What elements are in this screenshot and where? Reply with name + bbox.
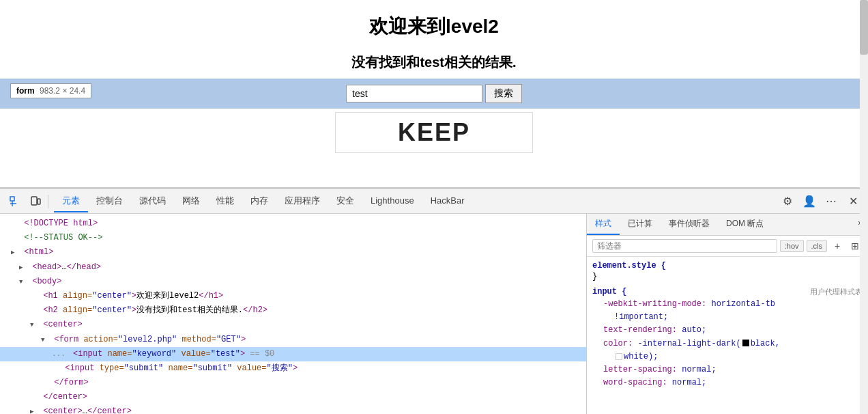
- styles-content: element.style { } input { 用户代理样式表 -webki…: [587, 257, 868, 414]
- search-bar: 搜索: [0, 79, 868, 109]
- style-selector: element.style {: [592, 261, 863, 271]
- html-line: </center>: [0, 390, 586, 404]
- source-hint: 用户代理样式表: [810, 287, 863, 298]
- filter-hov-btn[interactable]: :hov: [780, 240, 804, 252]
- color-swatch-white: [616, 353, 622, 360]
- html-line: <html>: [0, 245, 586, 260]
- styles-panel: 样式 已计算 事件侦听器 DOM 断点 » :hov .cls + ⊞ elem…: [587, 214, 868, 414]
- dots-indicator: ...: [52, 350, 66, 358]
- style-prop: text-rendering: auto;: [592, 324, 863, 337]
- html-line: <input type="submit" name="submit" value…: [0, 361, 586, 376]
- more-icon[interactable]: ⋯: [822, 192, 841, 211]
- svg-rect-0: [10, 197, 14, 201]
- style-rule-input: input { 用户代理样式表 -webkit-writing-mode: ho…: [592, 287, 863, 389]
- arrow-down[interactable]: [41, 333, 49, 346]
- style-prop: word-spacing: normal;: [592, 376, 863, 389]
- html-line: <!DOCTYPE html>: [0, 217, 586, 231]
- toolbar-right: ⚙ 👤 ⋯ ✕: [778, 192, 863, 211]
- style-selector-line: input { 用户代理样式表: [592, 287, 863, 298]
- style-prop: letter-spacing: normal;: [592, 363, 863, 376]
- search-button[interactable]: 搜索: [485, 84, 522, 103]
- color-swatch-black: [742, 340, 749, 346]
- html-line: <h2 align="center">没有找到和test相关的结果.</h2>: [0, 303, 586, 318]
- arrow-right[interactable]: [19, 261, 27, 274]
- search-input[interactable]: [346, 85, 482, 102]
- style-rule-element: element.style { }: [592, 261, 863, 281]
- inspect-element-icon[interactable]: [5, 192, 25, 211]
- tab-performance[interactable]: 性能: [208, 191, 242, 212]
- html-line-highlighted: ... <input name="keyword" value="test"> …: [0, 347, 586, 361]
- arrow-none: [52, 362, 60, 375]
- html-line: <body>: [0, 275, 586, 289]
- tab-styles[interactable]: 样式: [587, 214, 620, 235]
- filter-bar: :hov .cls + ⊞: [587, 236, 868, 257]
- devtools: 元素 控制台 源代码 网络 性能 内存 应用程序 安全 Lighthouse H…: [0, 188, 868, 414]
- style-brace: }: [592, 272, 863, 281]
- tab-console[interactable]: 控制台: [88, 191, 131, 212]
- settings-icon[interactable]: ⚙: [778, 192, 797, 211]
- tab-application[interactable]: 应用程序: [276, 191, 328, 212]
- style-prop: !important;: [592, 311, 863, 324]
- style-selector-input: input {: [592, 287, 626, 296]
- devtools-toolbar: 元素 控制台 源代码 网络 性能 内存 应用程序 安全 Lighthouse H…: [0, 189, 868, 214]
- html-line: <form action="level2.php" method="GET">: [0, 333, 586, 347]
- tab-network[interactable]: 网络: [174, 191, 208, 212]
- add-style-icon[interactable]: +: [830, 238, 845, 253]
- toolbar-divider: [48, 195, 48, 208]
- keep-text: KEEP: [398, 118, 470, 147]
- scrollbar-thumb[interactable]: [860, 0, 868, 55]
- toolbar-left: [5, 192, 45, 211]
- html-line: <center>…</center>: [0, 404, 586, 414]
- outer-scrollbar[interactable]: [860, 0, 868, 414]
- device-toolbar-icon[interactable]: [26, 192, 45, 211]
- svg-rect-3: [31, 197, 37, 205]
- html-line: <head>…</head>: [0, 260, 586, 275]
- html-line: <center>: [0, 318, 586, 332]
- arrow-none: [11, 232, 19, 245]
- tab-elements[interactable]: 元素: [54, 191, 88, 212]
- form-tooltip-size: 983.2 × 24.4: [40, 86, 85, 96]
- html-line: </form>: [0, 376, 586, 390]
- arrow-right[interactable]: [30, 405, 38, 414]
- tab-dom-breakpoints[interactable]: DOM 断点: [718, 214, 772, 235]
- svg-rect-4: [38, 199, 40, 204]
- style-prop: -webkit-writing-mode: horizontal-tb: [592, 298, 863, 311]
- tab-computed[interactable]: 已计算: [620, 214, 661, 235]
- page-title: 欢迎来到level2: [0, 0, 868, 40]
- arrow-down[interactable]: [30, 318, 38, 331]
- style-prop: color: -internal-light-dark(black,: [592, 337, 863, 350]
- html-line: <!--STATUS OK-->: [0, 231, 586, 245]
- tab-memory[interactable]: 内存: [242, 191, 276, 212]
- tab-security[interactable]: 安全: [328, 191, 362, 212]
- filter-input[interactable]: [592, 239, 777, 253]
- page-subtitle: 没有找到和test相关的结果.: [0, 40, 868, 72]
- form-tooltip: form 983.2 × 24.4: [10, 83, 91, 98]
- html-panel[interactable]: <!DOCTYPE html> <!--STATUS OK--> <html> …: [0, 214, 587, 414]
- preview-area: 欢迎来到level2 没有找到和test相关的结果. form 983.2 × …: [0, 0, 868, 188]
- arrow-none: [11, 217, 19, 230]
- tab-sources[interactable]: 源代码: [131, 191, 174, 212]
- devtools-tabs: 元素 控制台 源代码 网络 性能 内存 应用程序 安全 Lighthouse H…: [54, 191, 472, 212]
- devtools-body: <!DOCTYPE html> <!--STATUS OK--> <html> …: [0, 214, 868, 414]
- tab-event-listeners[interactable]: 事件侦听器: [661, 214, 718, 235]
- keep-banner: KEEP: [335, 112, 533, 153]
- arrow-none: [30, 304, 38, 317]
- arrow-none: [41, 376, 49, 389]
- tab-lighthouse[interactable]: Lighthouse: [362, 191, 422, 211]
- arrow-none: [30, 391, 38, 404]
- tab-hackbar[interactable]: HackBar: [422, 191, 473, 211]
- form-tooltip-label: form: [16, 86, 35, 96]
- customize-icon[interactable]: 👤: [800, 192, 819, 211]
- styles-tabs: 样式 已计算 事件侦听器 DOM 断点 »: [587, 214, 868, 236]
- arrow-none: [30, 290, 38, 303]
- style-prop: white);: [592, 350, 863, 363]
- html-line: <h1 align="center">欢迎来到level2</h1>: [0, 289, 586, 303]
- arrow-down[interactable]: [19, 275, 27, 288]
- filter-cls-btn[interactable]: .cls: [807, 240, 828, 252]
- arrow-right[interactable]: [11, 246, 19, 259]
